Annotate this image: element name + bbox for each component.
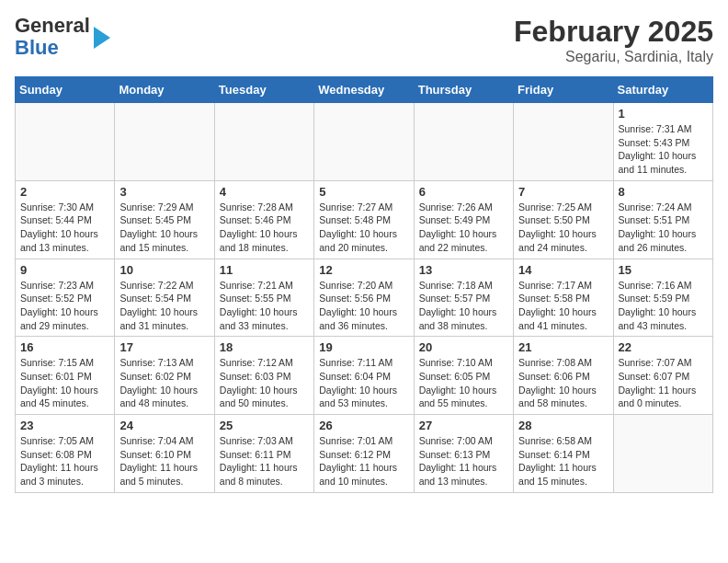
page-header: General Blue February 2025 Segariu, Sard… [15, 15, 713, 65]
day-number: 8 [619, 185, 708, 199]
title-block: February 2025 Segariu, Sardinia, Italy [514, 15, 713, 65]
day-number: 7 [518, 185, 608, 199]
day-info: Sunrise: 7:23 AMSunset: 5:52 PMDaylight:… [20, 279, 109, 333]
day-cell: 25Sunrise: 7:03 AMSunset: 6:11 PMDayligh… [214, 415, 313, 493]
day-cell [314, 103, 414, 181]
day-number: 16 [20, 340, 109, 354]
day-cell: 11Sunrise: 7:21 AMSunset: 5:55 PMDayligh… [214, 259, 313, 337]
day-number: 26 [319, 419, 408, 432]
calendar-table: SundayMondayTuesdayWednesdayThursdayFrid… [15, 76, 713, 493]
day-cell: 26Sunrise: 7:01 AMSunset: 6:12 PMDayligh… [314, 415, 414, 493]
day-number: 24 [119, 419, 209, 432]
day-number: 9 [20, 263, 109, 277]
day-number: 10 [119, 263, 209, 277]
day-info: Sunrise: 7:30 AMSunset: 5:44 PMDaylight:… [20, 201, 109, 255]
logo: General Blue [15, 15, 110, 59]
day-number: 1 [619, 107, 708, 121]
day-cell: 2Sunrise: 7:30 AMSunset: 5:44 PMDaylight… [16, 180, 115, 259]
day-cell [514, 103, 613, 181]
weekday-header-row: SundayMondayTuesdayWednesdayThursdayFrid… [16, 77, 713, 103]
day-cell [214, 103, 313, 181]
day-cell: 16Sunrise: 7:15 AMSunset: 6:01 PMDayligh… [16, 337, 115, 415]
day-info: Sunrise: 7:16 AMSunset: 5:59 PMDaylight:… [619, 279, 708, 333]
day-cell: 15Sunrise: 7:16 AMSunset: 5:59 PMDayligh… [613, 259, 712, 337]
weekday-saturday: Saturday [613, 77, 712, 103]
logo-arrow-icon [94, 27, 110, 49]
day-info: Sunrise: 7:03 AMSunset: 6:11 PMDaylight:… [220, 434, 309, 488]
day-info: Sunrise: 7:31 AMSunset: 5:43 PMDaylight:… [619, 122, 708, 177]
day-cell: 7Sunrise: 7:25 AMSunset: 5:50 PMDaylight… [514, 180, 613, 259]
day-info: Sunrise: 7:00 AMSunset: 6:13 PMDaylight:… [419, 434, 508, 488]
day-info: Sunrise: 7:07 AMSunset: 6:07 PMDaylight:… [619, 356, 708, 410]
day-number: 3 [119, 185, 209, 199]
weekday-thursday: Thursday [414, 77, 513, 103]
day-cell: 10Sunrise: 7:22 AMSunset: 5:54 PMDayligh… [115, 259, 214, 337]
day-info: Sunrise: 7:29 AMSunset: 5:45 PMDaylight:… [119, 201, 209, 255]
day-info: Sunrise: 7:12 AMSunset: 6:03 PMDaylight:… [220, 356, 309, 410]
week-row-3: 9Sunrise: 7:23 AMSunset: 5:52 PMDaylight… [16, 259, 713, 337]
day-info: Sunrise: 7:22 AMSunset: 5:54 PMDaylight:… [119, 279, 209, 333]
day-cell: 12Sunrise: 7:20 AMSunset: 5:56 PMDayligh… [314, 259, 414, 337]
day-number: 15 [619, 263, 708, 277]
day-cell: 1Sunrise: 7:31 AMSunset: 5:43 PMDaylight… [613, 103, 712, 181]
day-cell [613, 415, 712, 493]
day-cell: 22Sunrise: 7:07 AMSunset: 6:07 PMDayligh… [613, 337, 712, 415]
day-cell: 19Sunrise: 7:11 AMSunset: 6:04 PMDayligh… [314, 337, 414, 415]
day-cell: 9Sunrise: 7:23 AMSunset: 5:52 PMDaylight… [16, 259, 115, 337]
day-info: Sunrise: 7:01 AMSunset: 6:12 PMDaylight:… [319, 434, 408, 488]
day-number: 22 [619, 340, 708, 354]
day-info: Sunrise: 7:26 AMSunset: 5:49 PMDaylight:… [419, 201, 508, 255]
day-cell [16, 103, 115, 181]
day-number: 5 [319, 185, 408, 199]
day-number: 28 [518, 419, 608, 432]
day-number: 13 [419, 263, 508, 277]
week-row-2: 2Sunrise: 7:30 AMSunset: 5:44 PMDaylight… [16, 180, 713, 259]
day-cell [115, 103, 214, 181]
day-info: Sunrise: 7:18 AMSunset: 5:57 PMDaylight:… [419, 279, 508, 333]
day-info: Sunrise: 7:21 AMSunset: 5:55 PMDaylight:… [220, 279, 309, 333]
day-cell: 6Sunrise: 7:26 AMSunset: 5:49 PMDaylight… [414, 180, 513, 259]
day-info: Sunrise: 7:24 AMSunset: 5:51 PMDaylight:… [619, 201, 708, 255]
day-number: 27 [419, 419, 508, 432]
day-info: Sunrise: 6:58 AMSunset: 6:14 PMDaylight:… [518, 434, 608, 488]
logo-blue: Blue [15, 36, 59, 59]
day-cell: 14Sunrise: 7:17 AMSunset: 5:58 PMDayligh… [514, 259, 613, 337]
week-row-5: 23Sunrise: 7:05 AMSunset: 6:08 PMDayligh… [16, 415, 713, 493]
weekday-wednesday: Wednesday [314, 77, 414, 103]
day-info: Sunrise: 7:20 AMSunset: 5:56 PMDaylight:… [319, 279, 408, 333]
weekday-tuesday: Tuesday [214, 77, 313, 103]
day-cell: 23Sunrise: 7:05 AMSunset: 6:08 PMDayligh… [16, 415, 115, 493]
day-cell: 3Sunrise: 7:29 AMSunset: 5:45 PMDaylight… [115, 180, 214, 259]
day-info: Sunrise: 7:05 AMSunset: 6:08 PMDaylight:… [20, 434, 109, 488]
day-cell: 4Sunrise: 7:28 AMSunset: 5:46 PMDaylight… [214, 180, 313, 259]
day-number: 25 [220, 419, 309, 432]
day-cell: 27Sunrise: 7:00 AMSunset: 6:13 PMDayligh… [414, 415, 513, 493]
day-number: 17 [119, 340, 209, 354]
day-info: Sunrise: 7:13 AMSunset: 6:02 PMDaylight:… [119, 356, 209, 410]
week-row-4: 16Sunrise: 7:15 AMSunset: 6:01 PMDayligh… [16, 337, 713, 415]
logo-general: General [15, 14, 90, 37]
day-cell: 5Sunrise: 7:27 AMSunset: 5:48 PMDaylight… [314, 180, 414, 259]
day-info: Sunrise: 7:08 AMSunset: 6:06 PMDaylight:… [518, 356, 608, 410]
day-number: 20 [419, 340, 508, 354]
day-number: 21 [518, 340, 608, 354]
day-number: 2 [20, 185, 109, 199]
day-number: 18 [220, 340, 309, 354]
day-number: 19 [319, 340, 408, 354]
weekday-friday: Friday [514, 77, 613, 103]
day-info: Sunrise: 7:04 AMSunset: 6:10 PMDaylight:… [119, 434, 209, 488]
weekday-monday: Monday [115, 77, 214, 103]
day-number: 23 [20, 419, 109, 432]
day-info: Sunrise: 7:27 AMSunset: 5:48 PMDaylight:… [319, 201, 408, 255]
day-number: 12 [319, 263, 408, 277]
day-cell: 8Sunrise: 7:24 AMSunset: 5:51 PMDaylight… [613, 180, 712, 259]
day-cell: 20Sunrise: 7:10 AMSunset: 6:05 PMDayligh… [414, 337, 513, 415]
day-cell: 21Sunrise: 7:08 AMSunset: 6:06 PMDayligh… [514, 337, 613, 415]
week-row-1: 1Sunrise: 7:31 AMSunset: 5:43 PMDaylight… [16, 103, 713, 181]
day-cell: 28Sunrise: 6:58 AMSunset: 6:14 PMDayligh… [514, 415, 613, 493]
day-cell [414, 103, 513, 181]
calendar-subtitle: Segariu, Sardinia, Italy [514, 49, 713, 65]
day-cell: 13Sunrise: 7:18 AMSunset: 5:57 PMDayligh… [414, 259, 513, 337]
day-cell: 18Sunrise: 7:12 AMSunset: 6:03 PMDayligh… [214, 337, 313, 415]
day-number: 11 [220, 263, 309, 277]
